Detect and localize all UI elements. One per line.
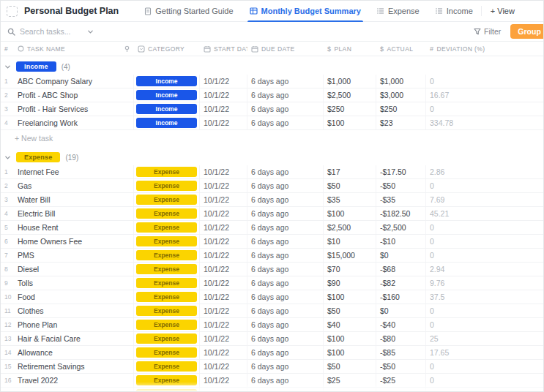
start-date-cell[interactable]: 10/1/22	[200, 304, 247, 317]
category-pill[interactable]: Expense	[136, 264, 197, 274]
deviation-cell[interactable]: 0	[426, 374, 543, 387]
tab-getting-started-guide[interactable]: Getting Started Guide	[136, 1, 241, 21]
task-name[interactable]: Phone Plan	[14, 318, 134, 331]
actual-cell[interactable]: $0	[376, 304, 426, 317]
actual-cell[interactable]: -$40	[376, 318, 426, 331]
tab-income[interactable]: Income	[428, 1, 481, 21]
deviation-cell[interactable]: 0	[426, 235, 543, 248]
task-row[interactable]: 17Health InsuranceExpense10/1/226 days a…	[1, 388, 543, 392]
search-box[interactable]	[7, 27, 94, 36]
task-name[interactable]: Retirement Savings	[14, 360, 134, 373]
category-cell[interactable]: Expense	[134, 207, 200, 220]
deviation-cell[interactable]: 9.76	[426, 276, 543, 290]
deviation-cell[interactable]: 2.86	[426, 165, 543, 178]
deviation-cell[interactable]: 0	[426, 179, 543, 192]
start-date-cell[interactable]: 10/1/22	[200, 207, 247, 220]
plan-cell[interactable]: $2,500	[324, 221, 376, 234]
start-date-cell[interactable]: 10/1/22	[200, 388, 247, 392]
category-pill[interactable]: Expense	[136, 320, 197, 330]
deviation-cell[interactable]: 2.94	[426, 263, 543, 276]
start-date-cell[interactable]: 10/1/22	[200, 360, 247, 373]
start-date-cell[interactable]: 10/1/22	[200, 318, 247, 331]
category-pill[interactable]: Expense	[136, 292, 197, 302]
deviation-cell[interactable]: 334.78	[426, 116, 543, 129]
plan-cell[interactable]: $100	[324, 332, 376, 345]
actual-cell[interactable]: -$160	[376, 290, 426, 304]
actual-cell[interactable]: $0	[376, 249, 426, 262]
category-cell[interactable]: Expense	[134, 249, 200, 262]
category-pill[interactable]: Expense	[136, 389, 197, 392]
due-date-cell[interactable]: 6 days ago	[247, 276, 324, 290]
due-date-cell[interactable]: 6 days ago	[247, 75, 324, 88]
category-cell[interactable]: Expense	[134, 388, 200, 392]
category-pill[interactable]: Expense	[136, 333, 197, 344]
task-row[interactable]: 2Profit - ABC ShopIncome10/1/226 days ag…	[1, 88, 543, 102]
category-cell[interactable]: Expense	[134, 235, 200, 248]
plan-cell[interactable]: $50	[324, 179, 376, 192]
start-date-cell[interactable]: 10/1/22	[200, 75, 247, 88]
due-date-cell[interactable]: 6 days ago	[247, 374, 324, 387]
actual-cell[interactable]: -$35	[376, 193, 426, 206]
task-name[interactable]: Internet Fee	[14, 165, 134, 178]
plan-cell[interactable]: $2,500	[324, 88, 376, 102]
actual-cell[interactable]: -$80	[376, 332, 426, 345]
deviation-cell[interactable]: 37.5	[426, 290, 543, 304]
due-date-cell[interactable]: 6 days ago	[247, 263, 324, 276]
actual-cell[interactable]: $3,000	[376, 88, 426, 102]
new-task-button[interactable]: + New task	[1, 130, 543, 146]
actual-cell[interactable]: -$25	[376, 374, 426, 387]
task-name[interactable]: Gas	[14, 179, 134, 192]
deviation-cell[interactable]: 17.65	[426, 346, 543, 359]
actual-cell[interactable]: -$85	[376, 346, 426, 359]
task-name[interactable]: Profit - Hair Services	[14, 102, 134, 116]
task-row[interactable]: 15Retirement SavingsExpense10/1/226 days…	[1, 360, 543, 374]
group-collapse-chevron-icon[interactable]	[4, 154, 11, 161]
category-cell[interactable]: Expense	[134, 179, 200, 192]
category-cell[interactable]: Expense	[134, 318, 200, 331]
deviation-cell[interactable]: 0	[426, 75, 543, 88]
plan-cell[interactable]: $35	[324, 193, 376, 206]
due-date-cell[interactable]: 6 days ago	[247, 332, 324, 345]
task-name[interactable]: Allowance	[14, 346, 134, 359]
column-header-actual[interactable]: $ ACTUAL	[376, 42, 426, 56]
task-name[interactable]: Travel 2022	[14, 374, 134, 387]
due-date-cell[interactable]: 6 days ago	[247, 102, 324, 116]
task-name[interactable]: Water Bill	[14, 193, 134, 206]
plan-cell[interactable]: $50	[324, 360, 376, 373]
plan-cell[interactable]: $70	[324, 263, 376, 276]
start-date-cell[interactable]: 10/1/22	[200, 88, 247, 102]
plan-cell[interactable]: $100	[324, 207, 376, 220]
actual-cell[interactable]: -$17.50	[376, 165, 426, 178]
group-badge[interactable]: Income	[16, 61, 56, 72]
start-date-cell[interactable]: 10/1/22	[200, 102, 247, 116]
category-pill[interactable]: Expense	[136, 208, 197, 219]
column-header-category[interactable]: CATEGORY	[134, 42, 200, 56]
deviation-cell[interactable]: 0	[426, 360, 543, 373]
category-pill[interactable]: Expense	[136, 222, 197, 233]
deviation-cell[interactable]: 0	[426, 249, 543, 262]
start-date-cell[interactable]: 10/1/22	[200, 374, 247, 387]
task-name[interactable]: Diesel	[14, 263, 134, 276]
actual-cell[interactable]: $23	[376, 116, 426, 129]
start-date-cell[interactable]: 10/1/22	[200, 116, 247, 129]
task-row[interactable]: 13Hair & Facial CareExpense10/1/226 days…	[1, 332, 543, 346]
category-cell[interactable]: Expense	[134, 221, 200, 234]
task-name[interactable]: House Rent	[14, 221, 134, 234]
deviation-cell[interactable]: 25	[426, 332, 543, 345]
category-pill[interactable]: Expense	[136, 347, 197, 358]
due-date-cell[interactable]: 6 days ago	[247, 88, 324, 102]
deviation-cell[interactable]: 0	[426, 304, 543, 317]
task-row[interactable]: 11ClothesExpense10/1/226 days ago$50$00	[1, 304, 543, 318]
start-date-cell[interactable]: 10/1/22	[200, 249, 247, 262]
column-header-deviation[interactable]: # DEVIATION (%)	[426, 42, 543, 56]
task-name[interactable]: Clothes	[14, 304, 134, 317]
start-date-cell[interactable]: 10/1/22	[200, 165, 247, 178]
category-pill[interactable]: Income	[136, 118, 197, 128]
category-cell[interactable]: Expense	[134, 263, 200, 276]
start-date-cell[interactable]: 10/1/22	[200, 263, 247, 276]
task-name[interactable]: Electric Bill	[14, 207, 134, 220]
task-row[interactable]: 8DieselExpense10/1/226 days ago$70-$682.…	[1, 263, 543, 276]
plan-cell[interactable]: $40	[324, 318, 376, 331]
category-pill[interactable]: Expense	[136, 278, 197, 288]
actual-cell[interactable]: -$50	[376, 179, 426, 192]
